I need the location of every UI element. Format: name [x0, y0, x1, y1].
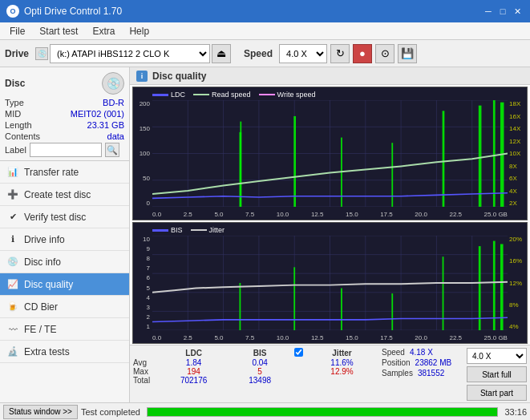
label-button[interactable]: 🔍	[105, 143, 119, 157]
svg-rect-40	[341, 289, 342, 330]
total-ldc: 702176	[159, 376, 229, 385]
drive-select[interactable]: (k:) ATAPI iHBS112 2 CLO K	[50, 44, 210, 63]
minimize-button[interactable]: ─	[482, 5, 495, 18]
y1r-18: 18X	[509, 100, 520, 107]
type-label: Type	[5, 98, 24, 107]
read-speed-legend: Read speed	[193, 91, 251, 99]
title-bar-controls: ─ □ ✕	[482, 5, 524, 18]
sidebar-item-extra-tests[interactable]: 🔬 Extra tests	[0, 341, 129, 363]
y1-50: 50	[143, 175, 150, 182]
svg-rect-38	[239, 283, 241, 330]
length-value: 23.31 GB	[87, 120, 124, 130]
title-bar-left: O Opti Drive Control 1.70	[6, 5, 122, 18]
refresh-button[interactable]: ↻	[330, 44, 350, 63]
y1-100: 100	[140, 150, 150, 157]
x1-100: 10.0	[277, 211, 289, 218]
bis-legend-color	[152, 229, 168, 232]
chart1-y-right: 18X 16X 14X 12X 10X 8X 6X 4X 2X	[508, 100, 526, 207]
toolbar: Drive 💿 (k:) ATAPI iHBS112 2 CLO K ⏏ Spe…	[0, 40, 530, 67]
sidebar-item-create-test-disc[interactable]: ➕ Create test disc	[0, 184, 129, 206]
fe-te-icon: 〰	[6, 323, 19, 336]
speed-label: Speed	[244, 48, 273, 59]
maximize-button[interactable]: □	[496, 5, 509, 18]
speed-position-panel: Speed 4.18 X Position 23862 MB Samples 3…	[382, 348, 462, 378]
label-input[interactable]	[30, 143, 102, 157]
total-bis: 13498	[229, 376, 291, 385]
settings-button1[interactable]: ●	[353, 44, 372, 63]
max-jitter: 12.9%	[307, 367, 377, 376]
speed-select[interactable]: 4.0 X	[279, 44, 327, 63]
col-ldc: LDC	[159, 348, 229, 358]
start-part-button[interactable]: Start part	[467, 385, 527, 401]
disc-quality-title: Disc quality	[152, 71, 206, 82]
nav-label-create-test-disc: Create test disc	[24, 189, 91, 200]
speed-row: Speed 4.18 X	[382, 348, 462, 357]
drive-label: Drive	[5, 48, 29, 59]
stats-panel: LDC BIS Jitter Avg 1.84 0.04	[130, 345, 530, 402]
menu-start-test[interactable]: Start test	[33, 24, 84, 38]
x1-50: 5.0	[214, 211, 223, 218]
chart2-legend: BIS Jitter	[152, 224, 508, 236]
col-jitter: Jitter	[307, 348, 377, 358]
position-row: Position 23862 MB	[382, 358, 462, 367]
chart2-y-right: 20% 16% 12% 8% 4%	[508, 236, 526, 330]
menu-file[interactable]: File	[3, 24, 31, 38]
avg-label: Avg	[133, 358, 159, 367]
chart2-x-labels: 0.0 2.5 5.0 7.5 10.0 12.5 15.0 17.5 20.0…	[152, 334, 508, 341]
samples-label: Samples	[382, 369, 413, 378]
total-label: Total	[133, 376, 159, 385]
start-full-button[interactable]: Start full	[467, 366, 527, 382]
speed-stat-value: 4.18 X	[410, 348, 433, 357]
svg-rect-16	[293, 116, 296, 207]
nav-label-extra-tests: Extra tests	[24, 346, 70, 357]
read-speed-legend-color	[193, 94, 209, 95]
menu-extra[interactable]: Extra	[86, 24, 121, 38]
progress-bar-fill	[148, 408, 498, 416]
disc-info-icon: 💿	[6, 256, 19, 269]
eject-button[interactable]: ⏏	[212, 44, 231, 63]
label-label: Label	[5, 145, 26, 155]
transfer-rate-icon: 📊	[6, 166, 19, 179]
mid-label: MID	[5, 109, 21, 119]
stats-speed-select[interactable]: 4.0 X	[467, 348, 527, 364]
create-test-disc-icon: ➕	[6, 188, 19, 201]
main-container: Disc 💿 Type BD-R MID MEIT02 (001) Length…	[0, 67, 530, 402]
chart2-y-left: 10 9 8 7 6 5 4 3 2 1	[134, 236, 152, 330]
svg-rect-43	[479, 246, 481, 330]
disc-title: Disc	[5, 78, 25, 89]
drive-icon: 💿	[35, 47, 48, 60]
position-label: Position	[382, 358, 411, 367]
ldc-legend-label: LDC	[171, 91, 185, 99]
menu-help[interactable]: Help	[123, 24, 156, 38]
settings-button2[interactable]: ⊙	[375, 44, 394, 63]
x1-200: 20.0	[415, 211, 427, 218]
samples-row: Samples 381552	[382, 369, 462, 378]
nav-label-drive-info: Drive info	[24, 234, 65, 245]
sidebar-item-verify-test-disc[interactable]: ✔ Verify test disc	[0, 206, 129, 228]
ldc-legend-color	[152, 94, 168, 96]
nav-label-verify-test-disc: Verify test disc	[24, 212, 86, 223]
save-button[interactable]: 💾	[398, 44, 417, 63]
speed-stat-label: Speed	[382, 348, 405, 357]
sidebar-item-cd-bier[interactable]: 🍺 CD Bier	[0, 296, 129, 318]
y1-200: 200	[140, 100, 150, 107]
read-speed-legend-label: Read speed	[212, 91, 251, 99]
bis-legend: BIS	[152, 226, 183, 234]
charts-stats-container: LDC Read speed Write speed 200 150 100	[130, 85, 530, 402]
x1-75: 7.5	[245, 211, 254, 218]
chart1-legend: LDC Read speed Write speed	[152, 89, 508, 100]
drive-info-icon: ℹ	[6, 233, 19, 246]
samples-value: 381552	[418, 369, 444, 378]
chart2-svg	[152, 236, 508, 330]
y1-0: 0	[147, 200, 150, 207]
status-window-button[interactable]: Status window >>	[3, 405, 78, 419]
close-button[interactable]: ✕	[511, 5, 524, 18]
sidebar-item-fe-te[interactable]: 〰 FE / TE	[0, 318, 129, 341]
contents-value: data	[107, 131, 124, 141]
sidebar-item-disc-quality[interactable]: 📈 Disc quality	[0, 273, 129, 296]
sidebar: Disc 💿 Type BD-R MID MEIT02 (001) Length…	[0, 67, 130, 402]
sidebar-item-drive-info[interactable]: ℹ Drive info	[0, 228, 129, 251]
jitter-checkbox[interactable]	[294, 348, 303, 357]
sidebar-item-disc-info[interactable]: 💿 Disc info	[0, 251, 129, 273]
sidebar-item-transfer-rate[interactable]: 📊 Transfer rate	[0, 161, 129, 184]
